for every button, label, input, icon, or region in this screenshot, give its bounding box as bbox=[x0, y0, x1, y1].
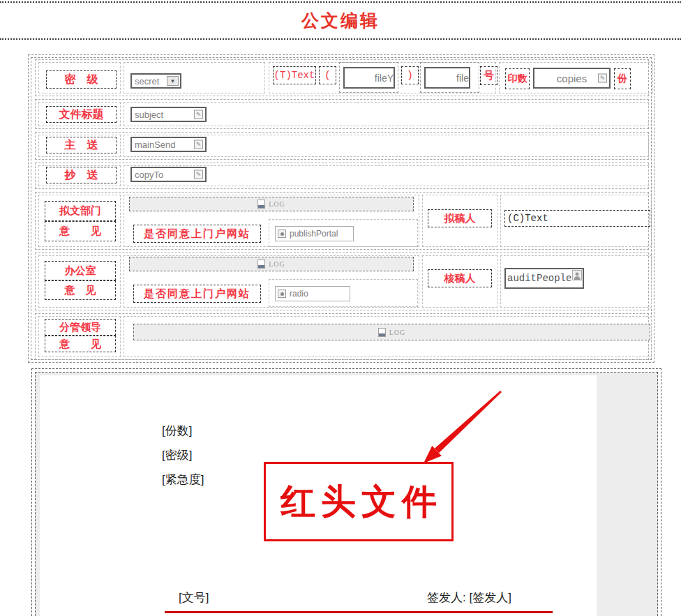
radio-icon[interactable] bbox=[278, 230, 286, 238]
log-label: LOG bbox=[269, 260, 285, 268]
main-send-label: 主 送 bbox=[46, 137, 117, 153]
secret-level-label: 密 级 bbox=[46, 70, 117, 89]
doc-signer-line: 签发人: [签发人] bbox=[427, 589, 511, 606]
file-year-input[interactable]: fileY bbox=[343, 67, 395, 89]
drafter-input[interactable]: (C)Text bbox=[504, 210, 650, 227]
edit-icon[interactable]: ✎ bbox=[194, 140, 203, 149]
log-label: LOG bbox=[269, 200, 285, 208]
copy-to-value: copyTo bbox=[132, 170, 163, 180]
print-count-label: 印数 bbox=[505, 68, 530, 89]
copy-to-label: 抄 送 bbox=[46, 167, 117, 183]
doc-urgency-placeholder: [紧急度] bbox=[162, 472, 204, 488]
subject-input[interactable]: subject ✎ bbox=[130, 107, 207, 122]
main-send-value: mainSend bbox=[132, 140, 176, 150]
log-label: LOG bbox=[389, 329, 406, 336]
file-number-open-paren: ( bbox=[319, 66, 336, 84]
file-no-value: file bbox=[454, 73, 469, 84]
secret-select[interactable]: secret ▼ bbox=[130, 73, 181, 89]
doc-copies-placeholder: [份数] bbox=[162, 423, 192, 439]
file-number-ttext-field[interactable]: (T)Text bbox=[273, 66, 316, 84]
file-number-suffix-label: 号 bbox=[480, 66, 497, 85]
title-bar: 公文编辑 bbox=[0, 1, 681, 40]
log-file-icon bbox=[378, 328, 386, 337]
log-file-icon bbox=[257, 200, 265, 209]
draft-dept-label-line2: 意 见 bbox=[45, 221, 116, 241]
log-file-icon bbox=[257, 260, 265, 269]
leader-log-area[interactable]: LOG bbox=[133, 324, 650, 340]
red-header-stamp: 红头文件 bbox=[264, 462, 454, 541]
radio-icon[interactable] bbox=[278, 290, 286, 298]
draft-dept-log-area[interactable]: LOG bbox=[129, 197, 414, 211]
office-label-line1: 办公室 bbox=[45, 261, 116, 280]
drafter-label: 拟稿人 bbox=[428, 209, 492, 227]
doc-red-divider bbox=[165, 611, 553, 613]
leader-label-line1: 分管领导 bbox=[45, 319, 116, 336]
red-header-stamp-text: 红头文件 bbox=[275, 479, 442, 525]
page-title: 公文编辑 bbox=[301, 9, 380, 32]
file-no-input[interactable]: file bbox=[424, 67, 470, 89]
file-number-close-paren: ) bbox=[401, 66, 419, 84]
copy-to-input[interactable]: copyTo ✎ bbox=[130, 167, 207, 182]
auditor-value: auditPeople bbox=[506, 273, 571, 284]
auditor-label: 核稿人 bbox=[428, 269, 492, 287]
doc-secret-placeholder: [密级] bbox=[162, 447, 192, 463]
edit-icon[interactable]: ✎ bbox=[194, 170, 203, 179]
draft-dept-label-line1: 拟文部门 bbox=[45, 201, 116, 221]
office-radio[interactable]: radio bbox=[275, 286, 350, 301]
print-count-input[interactable]: copies ✎ bbox=[533, 68, 611, 89]
auditor-input[interactable]: auditPeople bbox=[504, 268, 584, 289]
chevron-down-icon[interactable]: ▼ bbox=[167, 76, 179, 86]
print-count-unit-label: 份 bbox=[614, 68, 631, 89]
person-icon[interactable] bbox=[572, 270, 582, 280]
doc-number-placeholder: [文号] bbox=[179, 589, 209, 606]
leader-label-line2: 意 见 bbox=[45, 336, 116, 352]
office-log-area[interactable]: LOG bbox=[129, 257, 414, 271]
file-year-value: fileY bbox=[372, 73, 394, 84]
office-portal-question: 是否同意上门户网站 bbox=[133, 285, 261, 303]
edit-icon[interactable]: ✎ bbox=[194, 110, 203, 119]
publish-portal-radio[interactable]: publishPortal bbox=[275, 226, 354, 241]
main-send-input[interactable]: mainSend ✎ bbox=[130, 137, 207, 152]
subject-value: subject bbox=[132, 110, 163, 120]
publish-portal-value: publishPortal bbox=[290, 229, 338, 239]
secret-select-value: secret bbox=[132, 76, 159, 87]
edit-icon[interactable]: ✎ bbox=[598, 74, 607, 83]
annotation-arrow bbox=[412, 382, 509, 473]
print-count-value: copies bbox=[557, 73, 587, 84]
office-label-line2: 意 见 bbox=[45, 280, 116, 300]
subject-label: 文件标题 bbox=[46, 106, 117, 123]
draft-dept-portal-question: 是否同意上门户网站 bbox=[133, 225, 261, 243]
office-radio-value: radio bbox=[290, 289, 308, 299]
